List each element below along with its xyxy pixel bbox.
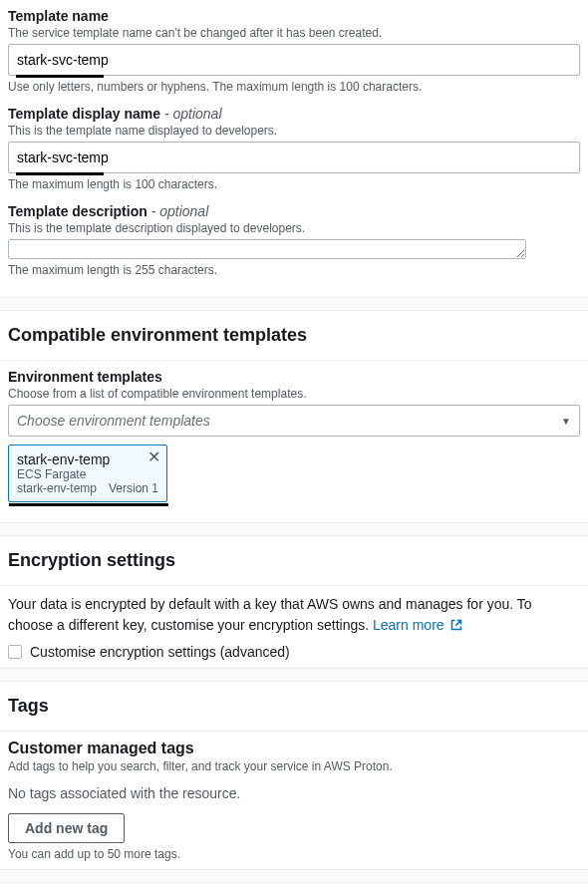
chevron-down-icon: ▼ — [561, 416, 571, 427]
template-description-textarea[interactable] — [8, 239, 526, 259]
customise-encryption-checkbox[interactable] — [8, 645, 22, 659]
token-underline — [9, 503, 168, 506]
selected-env-token: ✕ stark-env-temp ECS Fargate stark-env-t… — [8, 444, 167, 502]
template-name-constraint: Use only letters, numbers or hyphens. Th… — [8, 80, 580, 94]
optional-marker: - optional — [164, 106, 222, 122]
learn-more-link[interactable]: Learn more — [373, 617, 461, 633]
env-templates-help: Choose from a list of compatible environ… — [8, 387, 580, 401]
encryption-text: Your data is encrypted by default with a… — [8, 594, 580, 636]
section-divider — [0, 869, 588, 883]
template-display-name-help: This is the template name displayed to d… — [8, 124, 580, 138]
encryption-heading: Encryption settings — [0, 536, 588, 586]
env-templates-label: Environment templates — [8, 369, 580, 385]
template-description-help: This is the template description display… — [8, 221, 580, 235]
no-tags-message: No tags associated with the resource. — [8, 785, 580, 801]
template-name-input[interactable] — [8, 44, 580, 76]
section-divider — [0, 297, 588, 311]
template-name-label: Template name — [8, 8, 580, 24]
template-description-constraint: The maximum length is 255 characters. — [8, 263, 580, 277]
remove-token-icon[interactable]: ✕ — [147, 449, 160, 465]
tags-limit: You can add up to 50 more tags. — [8, 847, 580, 861]
template-display-name-input[interactable] — [8, 142, 580, 173]
customer-tags-help: Add tags to help you search, filter, and… — [8, 759, 580, 773]
token-name: stark-env-temp — [17, 451, 158, 467]
token-type: ECS Fargate — [17, 467, 158, 481]
env-templates-dropdown[interactable]: Choose environment templates ▼ — [8, 405, 580, 437]
external-link-icon — [450, 619, 462, 631]
pipeline-expander[interactable]: ▶ Pipeline - optional — [0, 883, 588, 889]
section-divider — [0, 522, 588, 536]
customise-encryption-label: Customise encryption settings (advanced) — [30, 644, 290, 660]
compatible-env-heading: Compatible environment templates — [0, 311, 588, 361]
customer-tags-heading: Customer managed tags — [8, 740, 580, 757]
section-divider — [0, 668, 588, 682]
template-display-name-constraint: The maximum length is 100 characters. — [8, 177, 580, 191]
dropdown-placeholder: Choose environment templates — [17, 413, 210, 429]
token-version: Version 1 — [109, 481, 158, 495]
template-description-label: Template description - optional — [8, 203, 580, 219]
tags-heading: Tags — [0, 682, 588, 732]
add-tag-button[interactable]: Add new tag — [8, 813, 125, 843]
template-name-help: The service template name can't be chang… — [8, 26, 580, 40]
spellcheck-underline — [16, 75, 104, 78]
optional-marker: - optional — [151, 203, 209, 219]
template-display-name-label: Template display name - optional — [8, 106, 580, 122]
token-id: stark-env-temp — [17, 481, 97, 495]
spellcheck-underline — [16, 172, 104, 175]
